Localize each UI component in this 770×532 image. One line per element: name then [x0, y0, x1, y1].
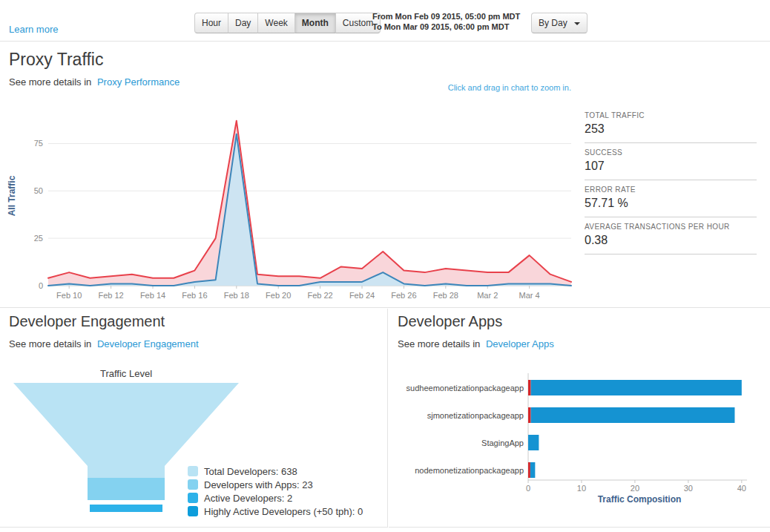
legend-item-active-developers: Active Developers: 2	[188, 491, 363, 505]
svg-text:10: 10	[577, 484, 586, 493]
range-button-month[interactable]: Month	[294, 13, 336, 33]
time-range-button-group: Hour Day Week Month Custom	[194, 13, 381, 33]
legend-label: Active Developers: 2	[204, 493, 292, 504]
svg-text:75: 75	[34, 139, 43, 148]
group-by-label: By Day	[539, 18, 567, 28]
stat-label: TOTAL TRAFFIC	[585, 111, 757, 119]
svg-text:20: 20	[631, 484, 639, 493]
developer-engagement-title: Developer Engagement	[9, 313, 165, 330]
range-button-day[interactable]: Day	[228, 13, 258, 33]
stat-value: 253	[585, 122, 757, 136]
stat-value: 107	[585, 160, 757, 173]
traffic-stats-panel: TOTAL TRAFFIC 253 SUCCESS 107 ERROR RATE…	[585, 111, 757, 254]
svg-text:sjmonetizationpackageapp: sjmonetizationpackageapp	[427, 411, 524, 420]
proxy-performance-link[interactable]: Proxy Performance	[97, 76, 180, 88]
stat-avg-tph: AVERAGE TRANSACTIONS PER HOUR 0.38	[585, 217, 757, 254]
svg-text:40: 40	[737, 484, 746, 493]
developer-apps-subtitle: See more details in Developer Apps	[398, 338, 554, 349]
developer-engagement-subtitle: See more details in Developer Engagement	[9, 338, 199, 349]
svg-text:Feb 20: Feb 20	[266, 291, 291, 300]
svg-text:Feb 10: Feb 10	[56, 291, 82, 300]
developer-apps-bar-chart[interactable]: 010203040sudheemonetizationpackageappsjm…	[389, 367, 764, 495]
stat-success: SUCCESS 107	[585, 143, 757, 180]
stat-error-rate: ERROR RATE 57.71 %	[585, 180, 757, 217]
developer-engagement-link[interactable]: Developer Engagement	[97, 338, 199, 349]
apps-subtitle-text: See more details in	[398, 338, 480, 349]
svg-text:Feb 18: Feb 18	[224, 291, 249, 300]
range-button-week[interactable]: Week	[257, 13, 294, 33]
legend-item-highly-active-developers: Highly Active Developers (+50 tph): 0	[188, 505, 363, 518]
legend-swatch	[188, 493, 198, 503]
date-from-label: From Mon Feb 09 2015, 05:00 pm MDT	[372, 11, 520, 22]
legend-label: Highly Active Developers (+50 tph): 0	[204, 506, 363, 517]
svg-text:0: 0	[526, 484, 530, 493]
legend-label: Developers with Apps: 23	[204, 479, 313, 490]
funnel-title: Traffic Level	[41, 368, 211, 379]
svg-text:0: 0	[39, 281, 43, 290]
legend-item-total-developers: Total Developers: 638	[188, 464, 363, 478]
stat-total-traffic: TOTAL TRAFFIC 253	[585, 111, 757, 143]
svg-text:Feb 22: Feb 22	[307, 291, 332, 300]
proxy-traffic-subtitle: See more details in Proxy Performance	[9, 76, 180, 88]
group-by-dropdown[interactable]: By Day	[531, 13, 588, 33]
legend-label: Total Developers: 638	[204, 466, 297, 477]
svg-text:25: 25	[34, 234, 43, 243]
range-button-hour[interactable]: Hour	[194, 13, 228, 33]
date-range: From Mon Feb 09 2015, 05:00 pm MDT To Mo…	[372, 11, 520, 32]
svg-text:30: 30	[684, 484, 693, 493]
proxy-traffic-title: Proxy Traffic	[9, 50, 103, 70]
svg-text:Feb 24: Feb 24	[349, 291, 375, 300]
date-to-label: To Mon Mar 09 2015, 06:00 pm MDT	[372, 22, 520, 32]
engagement-subtitle-text: See more details in	[9, 338, 91, 349]
svg-text:Feb 16: Feb 16	[182, 291, 207, 300]
learn-more-link[interactable]: Learn more	[9, 24, 58, 35]
caret-down-icon	[574, 22, 580, 25]
proxy-traffic-chart[interactable]: 0255075Feb 10Feb 12Feb 14Feb 16Feb 18Feb…	[20, 102, 580, 305]
legend-swatch	[188, 506, 198, 516]
svg-text:Feb 26: Feb 26	[391, 291, 416, 300]
svg-text:StagingApp: StagingApp	[481, 439, 524, 447]
zoom-hint-text: Click and drag in chart to zoom in.	[448, 83, 571, 92]
stat-label: SUCCESS	[585, 148, 757, 157]
stat-value: 0.38	[585, 234, 757, 247]
analytics-dashboard: Learn more Hour Day Week Month Custom Fr…	[0, 0, 770, 532]
svg-text:Feb 14: Feb 14	[140, 291, 165, 300]
legend-swatch	[188, 466, 198, 476]
stat-label: ERROR RATE	[585, 185, 757, 194]
svg-text:sudheemonetizationpackageapp: sudheemonetizationpackageapp	[407, 384, 524, 393]
topbar: Learn more Hour Day Week Month Custom Fr…	[0, 0, 770, 42]
stat-label: AVERAGE TRANSACTIONS PER HOUR	[585, 223, 757, 231]
developer-engagement-section: Developer Engagement See more details in…	[0, 309, 388, 528]
svg-text:Feb 28: Feb 28	[433, 291, 458, 300]
apps-x-axis-label: Traffic Composition	[528, 494, 751, 505]
svg-text:nodemonetizationpackageapp: nodemonetizationpackageapp	[415, 466, 524, 475]
svg-text:50: 50	[34, 186, 43, 195]
proxy-subtitle-text: See more details in	[9, 76, 91, 88]
svg-text:Mar 2: Mar 2	[477, 291, 498, 300]
svg-text:Mar 4: Mar 4	[519, 291, 540, 300]
stat-value: 57.71 %	[585, 197, 757, 210]
legend-item-developers-with-apps: Developers with Apps: 23	[188, 478, 363, 491]
developer-apps-section: Developer Apps See more details in Devel…	[389, 309, 770, 528]
proxy-traffic-section: Proxy Traffic See more details in Proxy …	[0, 42, 770, 308]
funnel-legend: Total Developers: 638 Developers with Ap…	[188, 464, 363, 518]
traffic-y-axis-label: All Traffic	[7, 122, 17, 270]
developer-apps-link[interactable]: Developer Apps	[486, 338, 554, 349]
legend-swatch	[188, 479, 198, 490]
svg-text:Feb 12: Feb 12	[98, 291, 123, 300]
developer-apps-title: Developer Apps	[398, 313, 502, 330]
